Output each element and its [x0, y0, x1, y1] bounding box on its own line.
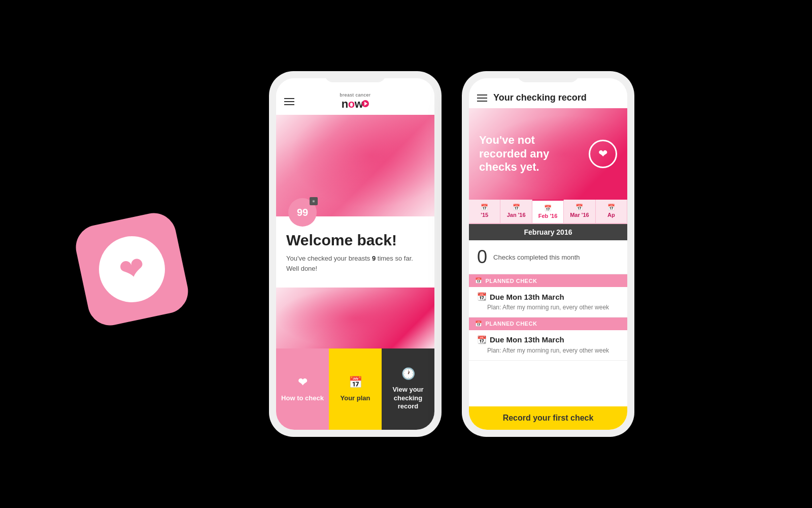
tile-how-to-check[interactable]: ❤ How to check [276, 348, 329, 430]
phone2-screen: Your checking record You've not recorded… [469, 78, 627, 430]
badge-notif-icon [310, 197, 318, 205]
your-plan-label: Your plan [341, 394, 370, 403]
how-to-check-label: How to check [281, 394, 324, 403]
phone1-frame: breast cancer now [269, 71, 442, 437]
tab-icon-feb16: 📅 [544, 205, 552, 212]
planned-due-icon-1: 📆 [477, 292, 487, 301]
month-tab-mar16[interactable]: 📅 Mar '16 [564, 200, 595, 223]
tab-label-mar16: Mar '16 [570, 212, 589, 218]
calendar-tile-icon: 📅 [349, 376, 362, 389]
month-tabs: 📅 '15 📅 Jan '16 📅 Feb '16 📅 [469, 200, 627, 224]
welcome-title: Welcome back! [286, 232, 424, 248]
planned-check-header-2: 📅 PLANNED CHECK [469, 318, 627, 330]
planned-due-text-2: Due Mon 13th March [490, 335, 564, 344]
phone1-content: Welcome back! You've checked your breast… [276, 216, 434, 288]
welcome-sub: You've checked your breasts 9 times so f… [286, 253, 424, 273]
app-icon: ❤ [72, 209, 192, 329]
phone1-header: breast cancer now [276, 78, 434, 115]
phone2-title: Your checking record [493, 92, 587, 103]
phone1-wrapper: breast cancer now [269, 71, 442, 437]
phone2-record: February 2016 0 Checks completed this mo… [469, 224, 627, 430]
month-tab-feb16[interactable]: 📅 Feb '16 [532, 200, 564, 224]
planned-due-text-1: Due Mon 13th March [490, 293, 564, 301]
planned-due-2: 📆 Due Mon 13th March [477, 335, 619, 344]
phone2-hero-heart-icon: ❤ [598, 147, 607, 161]
tile-your-plan[interactable]: 📅 Your plan [329, 348, 382, 430]
phone1-screen: breast cancer now [276, 78, 434, 430]
brand-small-text: breast cancer [340, 92, 370, 98]
brand-logo: breast cancer now [340, 92, 370, 111]
app-icon-circle: ❤ [93, 230, 171, 308]
history-tile-icon: 🕐 [401, 367, 415, 380]
month-tab-15[interactable]: 📅 '15 [469, 200, 500, 223]
phone2-hamburger-icon[interactable] [477, 94, 487, 102]
phone2-notch [518, 71, 579, 82]
planned-plan-2: Plan: After my morning run, every other … [477, 346, 619, 355]
phone2-hero-text: You've not recorded any checks yet. [479, 134, 570, 174]
tab-label-apr16: Ap [607, 212, 615, 218]
phone1-hero-strip [276, 288, 434, 348]
phone2-frame: Your checking record You've not recorded… [462, 71, 634, 437]
welcome-sub-before: You've checked your breasts [286, 255, 372, 262]
brand-now-text: now [342, 98, 363, 111]
phone1-notch [325, 71, 386, 82]
tab-label-feb16: Feb '16 [538, 213, 557, 219]
planned-plan-1: Plan: After my morning run, every other … [477, 303, 619, 312]
heart-tile-icon: ❤ [298, 376, 307, 389]
planned-due-1: 📆 Due Mon 13th March [477, 292, 619, 301]
tile-view-checking-record[interactable]: 🕐 View your checking record [382, 348, 434, 430]
planned-check-header-text-1: PLANNED CHECK [486, 278, 537, 284]
record-checks-row: 0 Checks completed this month [469, 240, 627, 274]
view-checking-record-label: View your checking record [386, 386, 430, 411]
planned-check-item-2: 📆 Due Mon 13th March Plan: After my morn… [469, 330, 627, 361]
record-first-check-button[interactable]: Record your first check [469, 406, 627, 430]
phone2-hero-circle: ❤ [589, 140, 617, 168]
record-checks-count: 0 [477, 246, 487, 268]
badge-99: 99 [288, 198, 317, 227]
planned-check-item-1: 📆 Due Mon 13th March Plan: After my morn… [469, 287, 627, 318]
record-checks-label: Checks completed this month [493, 253, 580, 261]
phone2-header: Your checking record [469, 78, 627, 108]
tab-icon-mar16: 📅 [576, 204, 583, 211]
month-tab-apr16[interactable]: 📅 Ap [596, 200, 627, 223]
tab-icon-jan16: 📅 [513, 204, 520, 211]
brand-play-icon [362, 100, 369, 107]
tab-icon-15: 📅 [481, 204, 488, 211]
phone1-hero: 99 [276, 115, 434, 216]
tab-label-jan16: Jan '16 [507, 212, 526, 218]
month-tab-jan16[interactable]: 📅 Jan '16 [500, 200, 532, 223]
bottom-tiles: ❤ How to check 📅 Your plan 🕐 View your c… [276, 348, 434, 430]
planned-check-calendar-icon-1: 📅 [475, 277, 483, 284]
planned-check-header-text-2: PLANNED CHECK [486, 321, 537, 327]
tab-label-15: '15 [481, 212, 488, 218]
brand-now-highlight: o [348, 98, 355, 110]
planned-check-header-1: 📅 PLANNED CHECK [469, 274, 627, 287]
scene: ❤ breast cancer now [51, 25, 761, 483]
phone2-hero: You've not recorded any checks yet. ❤ [469, 108, 627, 200]
planned-due-icon-2: 📆 [477, 335, 487, 344]
tab-icon-apr16: 📅 [607, 204, 615, 211]
hamburger-icon[interactable] [284, 98, 294, 105]
record-month-header: February 2016 [469, 224, 627, 240]
app-icon-heart: ❤ [116, 251, 147, 287]
phone2-wrapper: Your checking record You've not recorded… [462, 71, 634, 437]
planned-check-calendar-icon-2: 📅 [475, 321, 483, 327]
